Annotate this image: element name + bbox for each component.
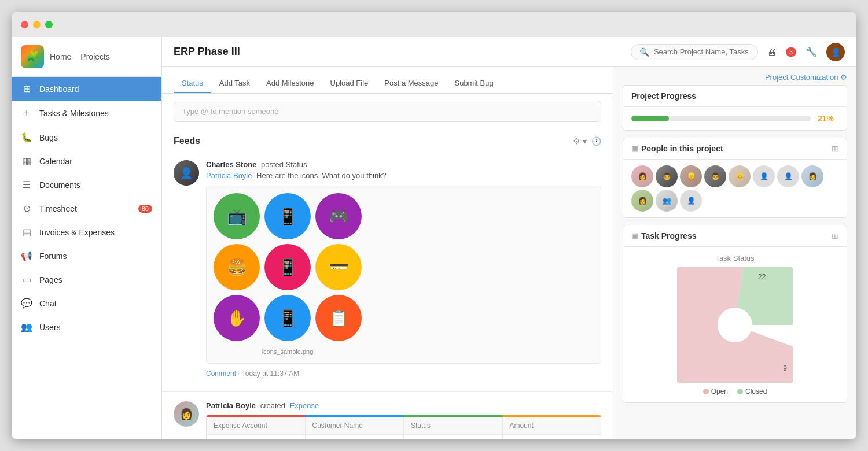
close-button[interactable] [21, 21, 28, 28]
person-avatar-2: 👨 [656, 165, 678, 187]
bugs-icon: 🐛 [21, 132, 32, 143]
nav-home[interactable]: Home [50, 52, 71, 61]
sidebar-item-tasks[interactable]: ＋ Tasks & Milestones [12, 101, 161, 125]
feed-icon-7: ✋ [214, 295, 260, 341]
status-input[interactable]: Type @ to mention someone [174, 101, 601, 122]
feeds-actions: ⚙ ▾ 🕐 [573, 136, 601, 146]
feed-icon-5: 📱 [264, 244, 311, 290]
users-icon: 👥 [21, 321, 32, 332]
topbar: ERP Phase III 🔍 🖨 3 🔧 👤 [162, 37, 856, 67]
sidebar-item-label: Tasks & Milestones [39, 109, 109, 118]
nav-projects[interactable]: Projects [80, 52, 110, 61]
feed-header: 👤 Charles Stone posted Status Patricia B… [174, 160, 601, 378]
notification-badge[interactable]: 3 [786, 47, 796, 57]
progress-percent: 21% [818, 114, 838, 123]
progress-bar-section: 21% [623, 107, 847, 130]
feed-text: Patricia Boyle Here are the icons. What … [206, 171, 601, 180]
people-expand-btn[interactable]: ⊞ [832, 144, 838, 153]
documents-icon: ☰ [21, 179, 32, 190]
expense-account-value: Advance Tax [207, 434, 306, 439]
feed-timestamp: Today at 11:37 AM [242, 369, 299, 378]
sidebar-item-timesheet[interactable]: ⊙ Timesheet 80 [12, 197, 161, 220]
expense-table: Expense Account Customer Name Status Amo… [206, 415, 601, 439]
tab-status[interactable]: Status [174, 74, 211, 93]
tab-add-milestone[interactable]: Add Milestone [258, 74, 322, 93]
patricia-action: created [260, 401, 285, 410]
sidebar-item-pages[interactable]: ▭ Pages [12, 268, 161, 291]
expense-link[interactable]: Expense [290, 401, 319, 410]
search-icon: 🔍 [639, 47, 649, 57]
feed-icon-9: 📋 [315, 295, 362, 341]
people-avatars-row1: 👩 👨 👱 👨 👴 👤 👤 👩 [631, 165, 838, 187]
task-chart-section: Task Status [623, 247, 847, 402]
sidebar-item-calendar[interactable]: ▦ Calendar [12, 149, 161, 173]
calendar-icon: ▦ [21, 156, 32, 167]
sidebar-item-label: Dashboard [39, 84, 79, 94]
people-title: ▣ People in this project [631, 144, 723, 153]
person-avatar-6: 👤 [753, 165, 775, 187]
sidebar: 🧩 Home Projects ⊞ Dashboard ＋ Tasks & Mi… [12, 37, 162, 439]
feed-icon-4: 🍔 [214, 244, 260, 290]
task-progress-title: ▣ Task Progress [631, 231, 696, 241]
tab-upload-file[interactable]: Upload File [322, 74, 377, 93]
people-section: ▣ People in this project ⊞ 👩 👨 [623, 138, 847, 218]
settings-icon[interactable]: 🔧 [802, 43, 821, 61]
feed-icon-3: 🎮 [315, 193, 362, 239]
charles-avatar: 👤 [174, 160, 199, 186]
sidebar-item-dashboard[interactable]: ⊞ Dashboard [12, 77, 161, 101]
search-input[interactable] [654, 47, 749, 56]
sidebar-item-chat[interactable]: 💬 Chat [12, 291, 161, 315]
sidebar-item-users[interactable]: 👥 Users [12, 315, 161, 339]
feeds-settings-icon[interactable]: ⚙ ▾ [573, 136, 587, 146]
user-avatar[interactable]: 👤 [826, 43, 845, 61]
feed-icon-1: 📺 [214, 193, 260, 239]
customization-link[interactable]: Project Customization ⚙ [613, 67, 856, 85]
tab-add-task[interactable]: Add Task [211, 74, 258, 93]
sidebar-item-forums[interactable]: 📢 Forums [12, 244, 161, 268]
feed-panel: Status Add Task Add Milestone Upload Fil… [162, 67, 613, 439]
feed-comment-link[interactable]: Comment [206, 369, 236, 378]
feed-body-text: Here are the icons. What do you think? [256, 171, 387, 180]
feed-content-charles: Charles Stone posted Status Patricia Boy… [206, 160, 601, 378]
print-icon[interactable]: 🖨 [764, 43, 780, 61]
feeds-history-icon[interactable]: 🕐 [591, 136, 601, 146]
legend-closed-dot [737, 389, 743, 394]
sidebar-item-bugs[interactable]: 🐛 Bugs [12, 125, 161, 149]
sidebar-menu: ⊞ Dashboard ＋ Tasks & Milestones 🐛 Bugs … [12, 77, 161, 439]
tab-post-message[interactable]: Post a Message [376, 74, 446, 93]
sidebar-item-label: Bugs [39, 133, 58, 142]
collapse-icon: ▣ [631, 145, 638, 153]
patricia-avatar: 👩 [174, 401, 199, 427]
person-avatar-4: 👨 [704, 165, 726, 187]
tasks-icon: ＋ [21, 107, 32, 119]
sidebar-item-label: Forums [39, 252, 67, 261]
legend-closed: Closed [737, 387, 767, 395]
person-avatar-9: 👩 [631, 190, 653, 212]
people-avatars-section: 👩 👨 👱 👨 👴 👤 👤 👩 [623, 160, 847, 217]
search-box[interactable]: 🔍 [631, 44, 758, 60]
chart-legend: Open Closed [631, 387, 838, 395]
expense-col-status-label: Status [404, 417, 503, 434]
feeds-header: Feeds ⚙ ▾ 🕐 [162, 129, 613, 151]
feed-icon-8: 📱 [264, 295, 311, 341]
dashboard-icon: ⊞ [21, 83, 32, 94]
pie-chart: 22 9 [677, 267, 793, 383]
tab-submit-bug[interactable]: Submit Bug [446, 74, 501, 93]
feed-author-line-patricia: Patricia Boyle created Expense [206, 401, 601, 410]
person-avatar-3: 👱 [680, 165, 702, 187]
sidebar-item-invoices[interactable]: ▤ Invoices & Expenses [12, 220, 161, 244]
project-progress-header: Project Progress [623, 86, 847, 107]
expense-col-account-label: Expense Account [207, 417, 306, 434]
pages-icon: ▭ [21, 274, 32, 285]
maximize-button[interactable] [45, 21, 53, 28]
progress-bar-wrap: 21% [631, 114, 838, 123]
sidebar-item-documents[interactable]: ☰ Documents [12, 173, 161, 197]
right-panel-content: Project Progress 21% [613, 85, 856, 419]
person-avatar-10: 👥 [656, 190, 678, 212]
feed-author: Charles Stone [206, 160, 256, 169]
feed-icon-6: 💳 [315, 244, 362, 290]
legend-open-label: Open [711, 387, 728, 395]
minimize-button[interactable] [33, 21, 41, 28]
task-expand-btn[interactable]: ⊞ [832, 231, 838, 241]
person-avatar-5: 👴 [729, 165, 751, 187]
